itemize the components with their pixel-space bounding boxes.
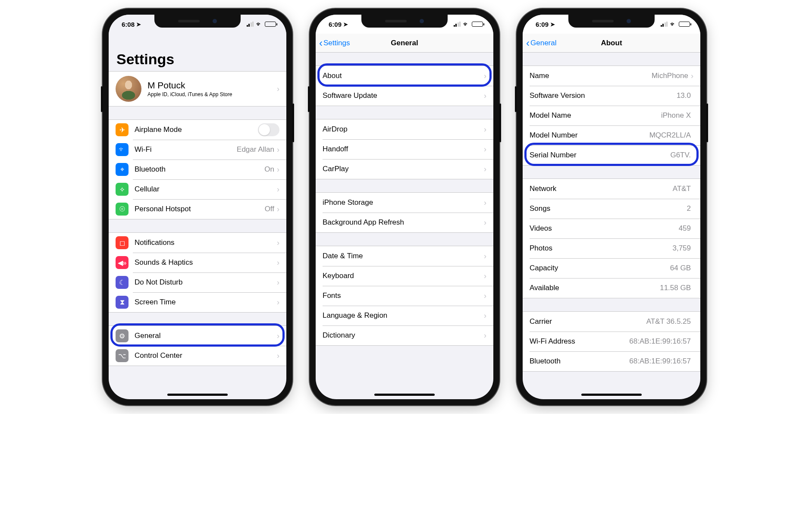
row-sounds-haptics[interactable]: ◀︎»Sounds & Haptics›	[109, 253, 286, 272]
chevron-right-icon: ›	[484, 72, 486, 81]
back-button[interactable]: ‹ General	[526, 34, 556, 52]
cellular-signal-icon	[661, 22, 668, 27]
row-model-name: Model NameiPhone X	[523, 106, 700, 125]
row-wi-fi-address: Wi-Fi Address68:AB:1E:99:16:57	[523, 332, 700, 351]
row-airplane-mode[interactable]: ✈︎Airplane Mode	[109, 120, 286, 140]
row-value: AT&T 36.5.25	[646, 317, 691, 326]
apple-id-row[interactable]: M Potuck Apple ID, iCloud, iTunes & App …	[109, 72, 286, 106]
row-label: Keyboard	[323, 272, 484, 280]
row-label: Screen Time	[135, 298, 277, 307]
back-label: Settings	[323, 39, 350, 47]
row-label: Cellular	[135, 185, 277, 194]
row-available: Available11.58 GB	[523, 278, 700, 298]
back-button[interactable]: ‹ Settings	[319, 34, 350, 52]
row-label: Sounds & Haptics	[135, 258, 277, 267]
row-carrier: CarrierAT&T 36.5.25	[523, 312, 700, 332]
chevron-right-icon: ›	[484, 331, 486, 340]
home-indicator[interactable]	[374, 394, 435, 396]
home-indicator[interactable]	[581, 394, 642, 396]
row-value: 11.58 GB	[660, 284, 691, 292]
row-name[interactable]: NameMichPhone›	[523, 66, 700, 86]
profile-sub: Apple ID, iCloud, iTunes & App Store	[147, 91, 277, 97]
phone-settings: 6:08 ➤ ᯤ Settings M Potuck Apple ID, iCl…	[103, 9, 292, 405]
profile-name: M Potuck	[147, 80, 277, 91]
row-do-not-disturb[interactable]: ☾Do Not Disturb›	[109, 272, 286, 292]
wifi-icon: ᯤ	[670, 21, 676, 28]
nav-bar: ‹ Settings General	[316, 34, 493, 53]
row-label: Bluetooth	[135, 165, 264, 174]
chevron-right-icon: ›	[277, 298, 279, 307]
cellular-signal-icon	[454, 22, 461, 27]
row-label: Dictionary	[323, 331, 484, 340]
row-handoff[interactable]: Handoff›	[316, 139, 493, 159]
row-value: MQCR2LL/A	[649, 131, 691, 140]
row-value: 64 GB	[670, 264, 691, 272]
row-airdrop[interactable]: AirDrop›	[316, 119, 493, 139]
row-value: G6TV.	[670, 151, 691, 160]
row-wi-fi[interactable]: ᯤWi-FiEdgar Allan›	[109, 140, 286, 160]
row-carplay[interactable]: CarPlay›	[316, 159, 493, 179]
row-label: Background App Refresh	[323, 218, 484, 227]
row-general[interactable]: ⚙︎General›	[109, 326, 286, 346]
row-fonts[interactable]: Fonts›	[316, 286, 493, 306]
row-value: MichPhone	[652, 72, 688, 80]
status-time: 6:09	[536, 21, 549, 28]
chevron-right-icon: ›	[277, 84, 279, 94]
gear-icon: ⚙︎	[116, 329, 129, 342]
row-value: 3,759	[672, 244, 691, 253]
row-label: Handoff	[323, 145, 484, 153]
cellular-signal-icon	[247, 22, 254, 27]
bt-icon: ⌖	[116, 163, 129, 176]
row-cellular[interactable]: ⟡Cellular›	[109, 179, 286, 199]
cell-icon: ⟡	[116, 183, 129, 196]
row-label: Wi-Fi Address	[530, 337, 629, 346]
chevron-right-icon: ›	[277, 238, 279, 247]
home-indicator[interactable]	[167, 394, 228, 396]
avatar	[116, 76, 141, 102]
row-videos: Videos459	[523, 219, 700, 238]
chevron-left-icon: ‹	[319, 38, 323, 48]
row-value: AT&T	[673, 185, 691, 193]
chevron-right-icon: ›	[277, 145, 279, 154]
row-personal-hotspot[interactable]: ⦾Personal HotspotOff›	[109, 199, 286, 219]
phone-general: 6:09 ➤ ᯤ ‹ Settings General About›Softwa…	[310, 9, 499, 405]
row-serial-number: Serial NumberG6TV.	[523, 145, 700, 165]
row-date-time[interactable]: Date & Time›	[316, 246, 493, 266]
row-value: iPhone X	[661, 111, 691, 120]
row-value: 68:AB:1E:99:16:57	[629, 337, 691, 346]
row-control-center[interactable]: ⌥Control Center›	[109, 346, 286, 366]
notch	[568, 15, 655, 28]
general-content[interactable]: About›Software Update› AirDrop›Handoff›C…	[316, 53, 493, 399]
row-keyboard[interactable]: Keyboard›	[316, 266, 493, 286]
row-label: Serial Number	[530, 151, 670, 160]
hotspot-icon: ⦾	[116, 203, 129, 216]
row-label: Songs	[530, 204, 687, 213]
row-label: Notifications	[135, 238, 277, 247]
airplane-icon: ✈︎	[116, 123, 129, 136]
row-about[interactable]: About›	[316, 66, 493, 86]
row-iphone-storage[interactable]: iPhone Storage›	[316, 193, 493, 213]
row-bluetooth: Bluetooth68:AB:1E:99:16:57	[523, 351, 700, 371]
row-software-update[interactable]: Software Update›	[316, 86, 493, 106]
row-notifications[interactable]: ◻︎Notifications›	[109, 233, 286, 253]
row-language-region[interactable]: Language & Region›	[316, 306, 493, 325]
row-label: AirDrop	[323, 125, 484, 134]
battery-icon	[472, 22, 483, 27]
row-screen-time[interactable]: ⧗Screen Time›	[109, 292, 286, 312]
switch-airplane-mode[interactable]	[258, 123, 279, 136]
page-title: Settings	[109, 34, 286, 71]
about-content[interactable]: NameMichPhone›Software Version13.0Model …	[523, 53, 700, 399]
chevron-right-icon: ›	[484, 272, 486, 281]
row-label: Software Update	[323, 91, 484, 100]
row-background-app-refresh[interactable]: Background App Refresh›	[316, 213, 493, 232]
row-dictionary[interactable]: Dictionary›	[316, 325, 493, 345]
wifi-icon: ᯤ	[116, 143, 129, 156]
nav-title: General	[391, 39, 418, 47]
row-bluetooth[interactable]: ⌖BluetoothOn›	[109, 160, 286, 179]
settings-content[interactable]: Settings M Potuck Apple ID, iCloud, iTun…	[109, 34, 286, 399]
row-label: Language & Region	[323, 311, 484, 320]
row-label: Model Name	[530, 111, 661, 120]
row-label: Network	[530, 185, 673, 193]
nav-title: About	[601, 39, 622, 47]
chevron-left-icon: ‹	[526, 38, 530, 48]
